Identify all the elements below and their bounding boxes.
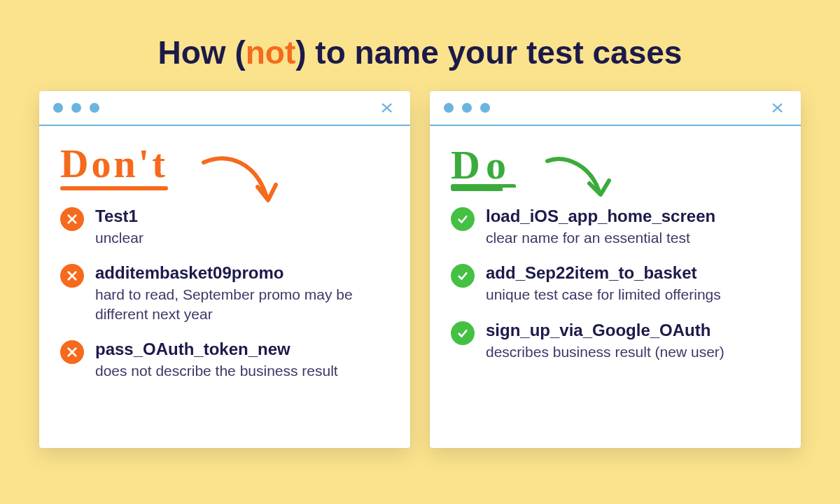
dont-panel-body: Don't Test1 unclear xyxy=(39,126,410,397)
item-title: additembasket09promo xyxy=(95,262,389,284)
item-desc: hard to read, September promo may be dif… xyxy=(95,285,389,323)
item-title: load_iOS_app_home_screen xyxy=(486,206,780,227)
window-dots xyxy=(444,103,490,113)
item-desc: unclear xyxy=(95,228,389,247)
window-titlebar: × xyxy=(39,91,410,126)
window-dot-icon xyxy=(90,103,99,113)
item-text: load_iOS_app_home_screen clear name for … xyxy=(486,206,780,247)
do-panel-body: Do load_iOS_app_home_screen clear name f… xyxy=(430,126,801,378)
window-dot-icon xyxy=(444,103,454,113)
item-desc: does not describe the business result xyxy=(95,361,389,380)
window-dot-icon xyxy=(53,103,63,113)
dont-items: Test1 unclear additembasket09promo hard … xyxy=(60,206,389,380)
do-items: load_iOS_app_home_screen clear name for … xyxy=(451,206,780,361)
item-text: sign_up_via_Google_OAuth describes busin… xyxy=(486,320,780,361)
do-panel: × Do load_iOS_app_home_screen clear name… xyxy=(430,91,801,448)
list-item: additembasket09promo hard to read, Septe… xyxy=(60,262,389,323)
title-accent: not xyxy=(246,34,296,71)
list-item: sign_up_via_Google_OAuth describes busin… xyxy=(451,320,780,361)
item-desc: clear name for an essential test xyxy=(486,228,780,247)
arrow-icon xyxy=(200,148,284,218)
dont-heading-wrap: Don't xyxy=(60,141,389,197)
window-dots xyxy=(53,103,99,113)
item-title: pass_OAuth_token_new xyxy=(95,339,389,360)
page-title: How (not) to name your test cases xyxy=(0,0,840,91)
do-heading: Do xyxy=(451,141,512,188)
cross-badge-icon xyxy=(60,207,84,231)
item-text: add_Sep22item_to_basket unique test case… xyxy=(486,262,780,304)
check-badge-icon xyxy=(451,207,475,231)
item-desc: describes business result (new user) xyxy=(486,342,780,361)
check-badge-icon xyxy=(451,321,475,345)
window-dot-icon xyxy=(462,103,472,113)
list-item: pass_OAuth_token_new does not describe t… xyxy=(60,339,389,380)
check-badge-icon xyxy=(451,264,475,288)
title-prefix: How ( xyxy=(158,34,246,71)
cross-badge-icon xyxy=(60,264,84,288)
close-icon: × xyxy=(771,97,785,118)
list-item: add_Sep22item_to_basket unique test case… xyxy=(451,262,780,304)
title-suffix: ) to name your test cases xyxy=(295,34,682,71)
item-title: add_Sep22item_to_basket xyxy=(486,262,780,284)
dont-heading: Don't xyxy=(60,141,168,186)
item-title: sign_up_via_Google_OAuth xyxy=(486,320,780,341)
item-text: additembasket09promo hard to read, Septe… xyxy=(95,262,389,323)
item-desc: unique test case for limited offerings xyxy=(486,285,780,304)
arrow-icon xyxy=(542,148,619,215)
window-dot-icon xyxy=(480,103,490,113)
panels-row: × Don't Test1 unclear xyxy=(0,91,840,448)
do-heading-wrap: Do xyxy=(451,141,780,197)
window-dot-icon xyxy=(71,103,81,113)
close-icon: × xyxy=(381,97,394,118)
item-text: pass_OAuth_token_new does not describe t… xyxy=(95,339,389,380)
cross-badge-icon xyxy=(60,340,84,364)
dont-panel: × Don't Test1 unclear xyxy=(39,91,410,448)
window-titlebar: × xyxy=(430,91,801,126)
